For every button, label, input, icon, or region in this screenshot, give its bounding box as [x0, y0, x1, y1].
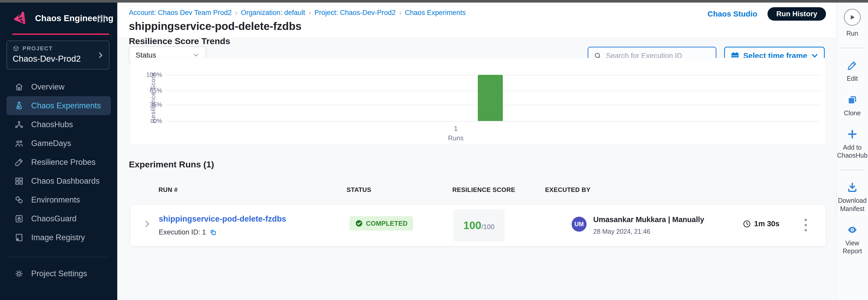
column-run: RUN # — [158, 186, 178, 193]
edit-button-label: Edit — [847, 74, 858, 83]
avatar: UM — [571, 217, 587, 232]
column-resilience-score: RESILIENCE SCORE — [452, 186, 515, 193]
y-tick-0: 0% — [139, 117, 162, 125]
app-grid-icon[interactable] — [96, 14, 106, 24]
project-selector[interactable]: PROJECT Chaos-Dev-Prod2 — [6, 40, 110, 70]
gear-icon — [14, 269, 24, 278]
sidebar-item-project-settings[interactable]: Project Settings — [0, 264, 117, 283]
people-icon — [14, 139, 24, 148]
play-icon — [849, 14, 856, 21]
executed-at: 28 May 2024, 21:46 — [593, 228, 650, 235]
resilience-score-box: 100 /100 — [453, 209, 505, 242]
page-header: Account: Chaos Dev Team Prod2 › Organiza… — [117, 3, 836, 38]
rail-divider — [840, 170, 865, 170]
y-tick-65: 65% — [139, 87, 162, 94]
sidebar-item-chaosguard[interactable]: ChaosGuard — [0, 209, 117, 228]
status-badge: COMPLETED — [349, 216, 413, 231]
run-duration-label: 1m 30s — [754, 219, 779, 228]
gridline — [165, 121, 821, 121]
hexagons-icon — [14, 195, 24, 205]
chart-title: Resilience Score Trends — [129, 36, 230, 46]
sidebar-item-gamedays[interactable]: GameDays — [0, 134, 117, 153]
probe-icon — [14, 157, 24, 167]
run-button-label: Run — [846, 29, 858, 37]
rail-divider — [840, 48, 865, 48]
chaos-logo-icon — [12, 10, 28, 26]
run-history-button[interactable]: Run History — [768, 7, 826, 21]
resilience-score-chart: Resilience Score 100% 65% 35% 0% 1 Runs — [130, 58, 826, 145]
action-rail: Run Edit Clone Add to ChaosHub Download … — [836, 3, 868, 300]
chart-plot-area — [165, 75, 821, 121]
runs-section-title: Experiment Runs (1) — [129, 159, 214, 170]
project-name: Chaos-Dev-Prod2 — [12, 54, 103, 64]
score-total: /100 — [482, 223, 495, 231]
sidebar-item-resilience-probes[interactable]: Resilience Probes — [0, 153, 117, 172]
sidebar-divider — [6, 257, 110, 257]
window-top-strip — [0, 0, 868, 3]
breadcrumb-account[interactable]: Account: Chaos Dev Team Prod2 — [129, 9, 232, 17]
status-badge-label: COMPLETED — [366, 220, 407, 227]
clock-icon — [743, 220, 751, 228]
add-to-chaoshub-label: Add to ChaosHub — [837, 143, 867, 160]
view-report-button[interactable]: View Report — [837, 224, 867, 256]
column-status: STATUS — [347, 186, 371, 193]
column-executed-by: EXECUTED BY — [545, 186, 590, 193]
dashboard-icon — [14, 176, 24, 186]
run-button[interactable] — [844, 9, 861, 26]
breadcrumb-organization[interactable]: Organization: default — [241, 9, 305, 17]
run-name-link[interactable]: shippingservice-pod-delete-fzdbs — [159, 214, 286, 223]
breadcrumb-separator: › — [309, 9, 311, 17]
chart-x-axis-label: Runs — [433, 134, 478, 142]
sidebar-nav: Overview Chaos Experiments ChaosHubs Gam… — [0, 78, 117, 247]
chart-bar[interactable] — [478, 75, 503, 121]
chevron-right-icon — [97, 51, 104, 59]
breadcrumb-chaos-experiments[interactable]: Chaos Experiments — [405, 9, 466, 17]
run-duration: 1m 30s — [743, 219, 779, 228]
sidebar-item-chaos-experiments[interactable]: Chaos Experiments — [6, 96, 111, 115]
chart-y-axis-label: Resilience Score — [150, 59, 157, 137]
brand-underline — [12, 33, 109, 35]
sidebar-item-chaoshubs[interactable]: ChaosHubs — [0, 115, 117, 134]
page-title: shippingservice-pod-delete-fzdbs — [129, 20, 302, 32]
expand-row-chevron-icon[interactable] — [143, 219, 152, 228]
view-report-label: View Report — [837, 239, 867, 256]
cube-icon — [12, 45, 19, 52]
download-manifest-label: Download Manifest — [837, 197, 867, 213]
clone-button[interactable]: Clone — [837, 94, 867, 117]
main-content: Account: Chaos Dev Team Prod2 › Organiza… — [117, 3, 836, 300]
sidebar: Chaos Engineering PROJECT Chaos-Dev-Prod… — [0, 3, 117, 300]
eye-icon — [847, 224, 858, 236]
lock-icon — [14, 214, 24, 223]
edit-button[interactable]: Edit — [837, 60, 867, 83]
table-row: shippingservice-pod-delete-fzdbs Executi… — [130, 204, 826, 246]
copy-icon[interactable] — [210, 229, 217, 236]
y-tick-35: 35% — [139, 101, 162, 108]
download-icon — [847, 182, 858, 193]
breadcrumb-separator: › — [235, 9, 237, 17]
hub-network-icon — [14, 120, 24, 129]
execution-id: Execution ID: 1 — [159, 228, 206, 236]
chaos-studio-link[interactable]: Chaos Studio — [708, 9, 757, 18]
sidebar-item-environments[interactable]: Environments — [0, 190, 117, 209]
check-circle-icon — [355, 219, 363, 227]
pencil-icon — [847, 60, 858, 71]
add-to-chaoshub-button[interactable]: Add to ChaosHub — [837, 128, 867, 160]
executed-by-name: Umasankar Mukkara | Manually — [593, 215, 704, 224]
breadcrumb-separator: › — [399, 9, 401, 17]
score-value: 100 — [463, 219, 482, 232]
download-manifest-button[interactable]: Download Manifest — [837, 182, 867, 213]
sidebar-item-chaos-dashboards[interactable]: Chaos Dashboards — [0, 172, 117, 190]
row-menu-kebab-icon[interactable] — [801, 216, 811, 234]
breadcrumb-project[interactable]: Project: Chaos-Dev-Prod2 — [314, 9, 396, 17]
sidebar-item-overview[interactable]: Overview — [0, 78, 117, 96]
home-icon — [14, 82, 24, 92]
x-tick-1: 1 — [433, 125, 478, 132]
registry-icon — [14, 233, 24, 242]
y-tick-100: 100% — [139, 71, 162, 79]
clone-icon — [847, 94, 858, 106]
breadcrumb: Account: Chaos Dev Team Prod2 › Organiza… — [129, 9, 466, 17]
clone-button-label: Clone — [844, 109, 861, 117]
flask-icon — [14, 101, 24, 111]
plus-icon — [847, 128, 858, 140]
sidebar-item-image-registry[interactable]: Image Registry — [0, 228, 117, 247]
